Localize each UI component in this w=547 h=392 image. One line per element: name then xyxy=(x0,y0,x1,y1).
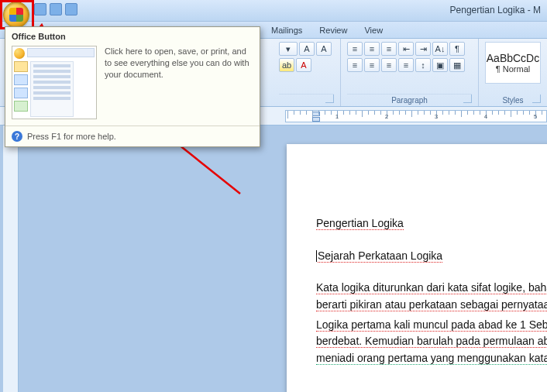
tooltip-desc: Click here to open, save, or print, and … xyxy=(105,46,253,119)
thumb-save-icon xyxy=(14,88,28,98)
align-center-button[interactable]: ≡ xyxy=(364,58,380,72)
help-icon: ? xyxy=(12,131,22,142)
doc-p2-line1: Logika pertama kali muncul pada abad ke … xyxy=(316,318,547,332)
qat-save-icon[interactable] xyxy=(34,3,46,15)
tooltip-thumbnail xyxy=(12,46,97,119)
multilevel-list-button[interactable]: ≡ xyxy=(381,42,397,56)
window-title: Pengertian Logika - M xyxy=(450,5,541,15)
decrease-indent-button[interactable]: ⇤ xyxy=(398,42,414,56)
tab-mailings[interactable]: Mailings xyxy=(271,26,302,35)
hanging-indent[interactable] xyxy=(312,117,320,122)
style-sample: AaBbCcDc xyxy=(487,52,539,64)
numbered-list-button[interactable]: ≡ xyxy=(364,42,380,56)
shrink-font-button[interactable]: A xyxy=(316,42,332,56)
grow-font-button[interactable]: A xyxy=(299,42,315,56)
increase-indent-button[interactable]: ⇥ xyxy=(415,42,431,56)
office-button-tooltip: Office Button Click here to open, save, … xyxy=(5,26,260,147)
font-color-button[interactable]: A xyxy=(296,58,311,72)
bulleted-list-button[interactable]: ≡ xyxy=(347,42,363,56)
thumb-recent-list xyxy=(30,61,74,117)
font-group: ▾ A A ab A xyxy=(273,39,341,106)
thumb-office-icon xyxy=(14,48,25,59)
styles-group: AaBbCcDc ¶ Normal Styles xyxy=(479,39,547,106)
thumb-new-icon xyxy=(14,61,28,72)
align-left-button[interactable]: ≡ xyxy=(347,58,363,72)
tab-view[interactable]: View xyxy=(364,26,383,35)
doc-p1-line1: Kata logika diturunkan dari kata sifat l… xyxy=(316,281,547,294)
tab-review[interactable]: Review xyxy=(319,26,347,35)
align-right-button[interactable]: ≡ xyxy=(381,58,397,72)
line-spacing-button[interactable]: ↕ xyxy=(415,58,431,72)
paragraph-group: ≡ ≡ ≡ ⇤ ⇥ A↓ ¶ ≡ ≡ ≡ ≡ ↕ ▣ ▦ Paragraph xyxy=(341,39,479,106)
tooltip-title: Office Button xyxy=(5,27,260,43)
borders-button[interactable]: ▦ xyxy=(449,58,465,72)
doc-p1-line2: berarti pikiran atau perkataan sebagai p… xyxy=(316,298,547,311)
office-button[interactable] xyxy=(3,2,29,28)
font-size-combo[interactable]: ▾ xyxy=(279,42,298,56)
paragraph-group-label: Paragraph xyxy=(347,94,472,105)
thumb-print-icon xyxy=(14,101,28,112)
page[interactable]: Pengertian Logika Sejarah Perkataan Logi… xyxy=(287,144,547,392)
tooltip-footer: Press F1 for more help. xyxy=(27,132,116,141)
highlight-button[interactable]: ab xyxy=(279,58,294,72)
doc-heading-1: Pengertian Logika xyxy=(316,217,404,230)
style-normal[interactable]: AaBbCcDc ¶ Normal xyxy=(485,42,541,84)
thumb-open-icon xyxy=(14,74,28,85)
vertical-ruler[interactable] xyxy=(3,126,19,392)
show-marks-button[interactable]: ¶ xyxy=(449,42,465,56)
doc-p2-line3: meniadi orang pertama yang menggunakan k… xyxy=(316,352,547,365)
shading-button[interactable]: ▣ xyxy=(432,58,448,72)
style-name: ¶ Normal xyxy=(496,64,530,74)
quick-access-toolbar xyxy=(34,3,77,15)
doc-heading-2: Sejarah Perkataan Logika xyxy=(318,249,442,263)
styles-group-label: Styles xyxy=(485,95,541,105)
page-content: Pengertian Logika Sejarah Perkataan Logi… xyxy=(287,144,547,367)
justify-button[interactable]: ≡ xyxy=(398,58,414,72)
doc-p2-line2: berdebat. Kemudian barulah pada permulaa… xyxy=(316,335,547,348)
horizontal-ruler[interactable]: 1234567 xyxy=(285,110,547,122)
qat-undo-icon[interactable] xyxy=(50,3,62,15)
qat-redo-icon[interactable] xyxy=(65,3,77,15)
font-group-label xyxy=(279,94,334,105)
sort-button[interactable]: A↓ xyxy=(432,42,448,56)
title-bar: Pengertian Logika - M xyxy=(0,0,547,22)
document-area: Pengertian Logika Sejarah Perkataan Logi… xyxy=(0,126,547,392)
